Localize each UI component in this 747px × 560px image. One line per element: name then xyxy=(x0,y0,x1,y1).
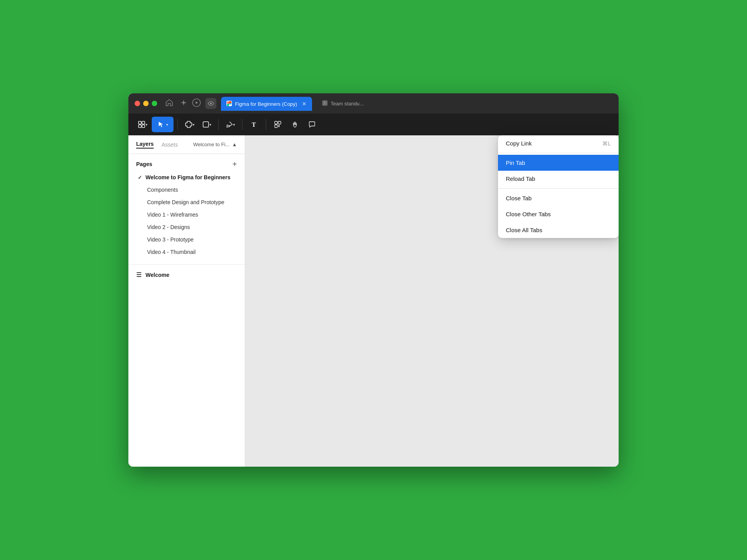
menu-item-reload-tab[interactable]: Reload Tab xyxy=(498,171,619,187)
home-icon[interactable] xyxy=(165,98,174,109)
svg-rect-13 xyxy=(275,125,277,128)
pen-tool-chevron: ▾ xyxy=(233,122,235,127)
svg-rect-7 xyxy=(142,125,145,128)
assets-tab[interactable]: Assets xyxy=(161,142,178,148)
toolbar: ▾ ▾ ▾ ▾ xyxy=(128,114,619,135)
layers-tab[interactable]: Layers xyxy=(136,141,154,149)
hand-tool-button[interactable] xyxy=(287,117,303,132)
left-panel: Layers Assets Welcome to Fi... ▲ Pages +… xyxy=(128,135,245,467)
page-name-complete: Complete Design and Prototype xyxy=(147,199,224,205)
page-item-complete-design[interactable]: Complete Design and Prototype xyxy=(136,196,237,208)
page-name-video2: Video 2 - Designs xyxy=(147,224,190,230)
frame-tool-chevron: ▾ xyxy=(193,122,195,127)
play-icon[interactable] xyxy=(192,98,201,108)
inactive-tab[interactable]: Team standu... xyxy=(317,96,369,110)
menu-shortcut-copy-link: ⌘L xyxy=(602,140,611,147)
svg-rect-6 xyxy=(139,125,141,128)
page-name-welcome: Welcome to Figma for Beginners xyxy=(146,174,235,180)
panel-header: Layers Assets Welcome to Fi... ▲ xyxy=(128,135,245,154)
app-window: Figma for Beginners (Copy) ✕ Team standu… xyxy=(128,93,619,467)
pages-title: Pages xyxy=(136,161,152,167)
frame-tool-button[interactable]: ▾ xyxy=(182,117,197,132)
svg-point-9 xyxy=(229,126,230,127)
page-item-video4[interactable]: Video 4 - Thumbnail xyxy=(136,246,237,258)
svg-rect-5 xyxy=(142,121,145,124)
menu-label-close-other-tabs: Close Other Tabs xyxy=(506,211,551,217)
select-tool-button[interactable]: ▾ xyxy=(152,117,174,132)
svg-point-1 xyxy=(210,103,212,104)
toolbar-separator-2 xyxy=(218,119,219,130)
close-button[interactable] xyxy=(135,101,140,106)
page-item-welcome[interactable]: ✓ Welcome to Figma for Beginners xyxy=(136,171,237,184)
page-name-video4: Video 4 - Thumbnail xyxy=(147,249,196,255)
active-tab-title: Figma for Beginners (Copy) xyxy=(235,101,297,107)
toolbar-separator-1 xyxy=(177,119,178,130)
comment-tool-button[interactable] xyxy=(304,117,320,132)
pages-section-header: Pages + xyxy=(136,160,237,168)
inactive-tab-title: Team standu... xyxy=(331,101,364,107)
svg-rect-8 xyxy=(203,122,209,127)
page-check-icon: ✓ xyxy=(138,175,146,180)
component-tool-button[interactable] xyxy=(270,117,286,132)
sparkle-icon[interactable] xyxy=(180,99,188,108)
maximize-button[interactable] xyxy=(152,101,157,106)
page-item-video2[interactable]: Video 2 - Designs xyxy=(136,221,237,233)
page-item-components[interactable]: Components xyxy=(136,184,237,196)
page-name-video1: Video 1 - Wireframes xyxy=(147,212,198,218)
menu-item-close-all-tabs[interactable]: Close All Tabs xyxy=(498,222,619,238)
tab-close-button[interactable]: ✕ xyxy=(302,101,307,107)
toolbar-separator-4 xyxy=(266,119,266,130)
page-breadcrumb[interactable]: Welcome to Fi... ▲ xyxy=(193,142,237,147)
svg-text:T: T xyxy=(252,121,256,128)
shield-eye-icon[interactable] xyxy=(205,98,216,109)
window-controls xyxy=(135,101,157,106)
title-bar: Figma for Beginners (Copy) ✕ Team standu… xyxy=(128,93,619,114)
text-tool-button[interactable]: T xyxy=(246,117,262,132)
select-tool-chevron: ▾ xyxy=(166,122,168,127)
menu-label-copy-link: Copy Link xyxy=(506,140,532,147)
page-name-video3: Video 3 - Prototype xyxy=(147,236,194,243)
menu-item-pin-tab[interactable]: Pin Tab xyxy=(498,155,619,171)
shape-tool-button[interactable]: ▾ xyxy=(199,117,214,132)
breadcrumb-chevron-icon: ▲ xyxy=(232,142,237,147)
menu-label-close-all-tabs: Close All Tabs xyxy=(506,227,542,233)
menu-separator-1 xyxy=(498,153,619,153)
context-menu: Copy Link ⌘L Pin Tab Reload Tab Close Ta… xyxy=(498,135,619,238)
svg-rect-4 xyxy=(139,121,141,124)
svg-rect-11 xyxy=(275,121,277,124)
svg-rect-12 xyxy=(278,121,281,124)
move-tool-chevron: ▾ xyxy=(146,122,147,127)
active-tab[interactable]: Figma for Beginners (Copy) ✕ xyxy=(221,97,312,111)
page-item-video1[interactable]: Video 1 - Wireframes xyxy=(136,208,237,221)
toolbar-separator-3 xyxy=(242,119,242,130)
page-name-components: Components xyxy=(147,187,178,193)
minimize-button[interactable] xyxy=(143,101,149,106)
menu-item-close-other-tabs[interactable]: Close Other Tabs xyxy=(498,206,619,222)
add-page-button[interactable]: + xyxy=(232,160,237,168)
hamburger-icon: ☰ xyxy=(136,271,142,278)
shape-tool-chevron: ▾ xyxy=(209,122,211,127)
pages-section: Pages + ✓ Welcome to Figma for Beginners… xyxy=(128,154,245,265)
page-list: ✓ Welcome to Figma for Beginners Compone… xyxy=(136,171,237,258)
layer-label: Welcome xyxy=(146,272,169,278)
menu-separator-2 xyxy=(498,188,619,189)
menu-label-reload-tab: Reload Tab xyxy=(506,175,535,182)
tab-inactive-icon xyxy=(322,100,328,107)
menu-label-close-tab: Close Tab xyxy=(506,195,531,201)
layer-section[interactable]: ☰ Welcome xyxy=(128,265,245,285)
move-tool-button[interactable]: ▾ xyxy=(135,117,150,132)
menu-item-copy-link[interactable]: Copy Link ⌘L xyxy=(498,135,619,151)
page-item-video3[interactable]: Video 3 - Prototype xyxy=(136,233,237,246)
menu-label-pin-tab: Pin Tab xyxy=(506,159,525,166)
tab-figma-icon xyxy=(226,101,232,107)
pen-tool-button[interactable]: ▾ xyxy=(223,117,238,132)
menu-item-close-tab[interactable]: Close Tab xyxy=(498,190,619,206)
